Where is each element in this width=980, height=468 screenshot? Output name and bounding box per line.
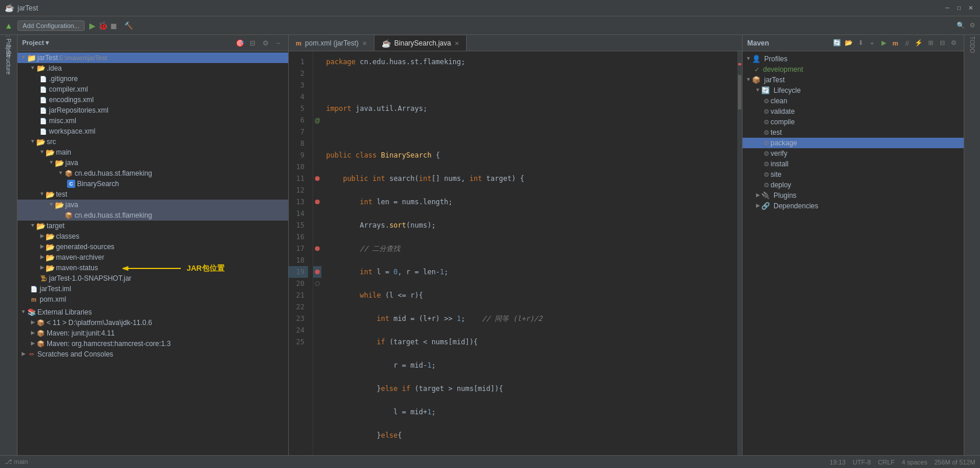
tab-binary-search[interactable]: ☕ BinarySearch.java ✕ — [374, 36, 467, 51]
tree-item-pom[interactable]: m pom.xml — [18, 294, 288, 305]
build-button[interactable]: 🔨 — [124, 22, 133, 30]
tree-item-main[interactable]: ▼ 📂 main — [18, 147, 288, 158]
maven-m-btn[interactable]: m — [890, 38, 901, 48]
maven-install[interactable]: ⚙ install — [743, 159, 964, 169]
stop-button[interactable]: ◼ — [110, 21, 117, 30]
maven-deploy[interactable]: ⚙ deploy — [743, 180, 964, 190]
run-button[interactable]: ▶ — [89, 21, 96, 30]
project-settings-btn[interactable]: ⚙ — [260, 38, 271, 48]
code-area[interactable]: 1 2 3 4 5 6 7 8 9 10 11 12 13 14 15 16 1… — [289, 51, 742, 455]
todo-icon[interactable]: TODO — [965, 37, 979, 51]
expand-arrow-idea[interactable]: ▼ — [29, 65, 36, 72]
expand-arrow-ext-libs[interactable]: ▼ — [20, 309, 27, 316]
breakpoint-13[interactable] — [315, 200, 320, 204]
tree-item-junit[interactable]: ▶ 📦 Maven: junit:junit:4.11 — [18, 328, 288, 338]
tree-item-external-libs[interactable]: ▼ 📚 External Libraries — [18, 307, 288, 317]
expand-jdk[interactable]: ▶ — [29, 319, 36, 326]
tree-item-classes[interactable]: ▶ 📂 classes — [18, 231, 288, 242]
locate-file-btn[interactable]: 🎯 — [235, 38, 245, 48]
expand-junit[interactable]: ▶ — [29, 330, 36, 337]
tree-item-java-main[interactable]: ▼ 📂 java — [18, 158, 288, 168]
tree-item-pkg-test[interactable]: ▶ 📦 cn.edu.huas.st.flameking — [18, 210, 288, 221]
maven-collapse-btn[interactable]: ⊟ — [937, 38, 947, 48]
maven-compile[interactable]: ⚙ compile — [743, 117, 964, 127]
maven-dependencies[interactable]: ▶ 🔗 Dependencies — [743, 201, 964, 211]
maven-expand-btn[interactable]: ⊞ — [925, 38, 936, 48]
tree-item-gen-sources[interactable]: ▶ 📂 generated-sources — [18, 242, 288, 252]
maven-plus-btn[interactable]: + — [867, 38, 877, 48]
tree-item-root[interactable]: ▼ 📁 jarTest E:\maven\jarTest — [18, 53, 288, 63]
close-btn[interactable]: ✕ — [966, 4, 975, 13]
expand-arrow-target[interactable]: ▼ — [29, 222, 36, 229]
expand-plugins[interactable]: ▶ — [754, 192, 761, 199]
tree-item-workspace[interactable]: 📄 workspace.xml — [18, 126, 288, 137]
maven-test[interactable]: ⚙ test — [743, 127, 964, 138]
maven-verify[interactable]: ⚙ verify — [743, 148, 964, 159]
scroll-thumb[interactable] — [738, 75, 741, 110]
tree-item-java-test[interactable]: ▼ 📂 java — [18, 200, 288, 210]
settings-button[interactable]: ⚙ — [970, 22, 975, 29]
tree-item-misc[interactable]: 📄 misc.xml — [18, 116, 288, 126]
maven-tree[interactable]: ▼ 👤 Profiles ✓ development ▼ 📦 jarTest ▼… — [743, 51, 964, 455]
tree-item-binary-search[interactable]: C BinarySearch — [18, 179, 288, 189]
expand-arrow-gen[interactable]: ▶ — [38, 243, 46, 250]
expand-arrow-main[interactable]: ▼ — [38, 149, 46, 156]
collapse-all-btn[interactable]: ⊟ — [247, 38, 258, 48]
maven-skip-btn[interactable]: // — [902, 38, 912, 48]
expand-scratches[interactable]: ▶ — [20, 351, 27, 358]
maven-jartest[interactable]: ▼ 📦 jarTest — [743, 75, 964, 85]
search-everywhere[interactable]: 🔍 — [957, 22, 965, 29]
maven-lifecycle[interactable]: ▼ 🔄 Lifecycle — [743, 85, 964, 96]
maven-settings-btn[interactable]: ⚙ — [949, 38, 959, 48]
maven-add-btn[interactable]: 📂 — [844, 38, 854, 48]
maven-refresh-btn[interactable]: 🔄 — [832, 38, 842, 48]
maven-validate[interactable]: ⚙ validate — [743, 106, 964, 117]
tree-item-maven-archiver[interactable]: ▶ 📂 maven-archiver — [18, 252, 288, 263]
tree-item-encodings[interactable]: 📄 encodings.xml — [18, 95, 288, 105]
tree-item-pkg-main[interactable]: ▼ 📦 cn.edu.huas.st.flameking — [18, 168, 288, 179]
tree-item-jar[interactable]: 🗜 jarTest-1.0-SNAPSHOT.jar — [18, 273, 288, 284]
expand-hamcrest[interactable]: ▶ — [29, 340, 36, 347]
maven-lifecycle-btn[interactable]: ⚡ — [914, 38, 924, 48]
tree-item-jar-repos[interactable]: 📄 jarRepositories.xml — [18, 105, 288, 116]
expand-arrow-java-main[interactable]: ▼ — [48, 159, 55, 166]
tree-item-gitignore[interactable]: 📄 .gitignore — [18, 74, 288, 84]
expand-arrow-status[interactable]: ▶ — [38, 264, 46, 271]
maven-clean[interactable]: ⚙ clean — [743, 96, 964, 106]
debug-button[interactable]: 🐞 — [98, 21, 108, 30]
tree-item-src[interactable]: ▼ 📂 src — [18, 137, 288, 147]
maven-download-btn[interactable]: ⬇ — [855, 38, 866, 48]
expand-deps[interactable]: ▶ — [754, 202, 761, 209]
tab-pom[interactable]: m pom.xml (jarTest) ✕ — [289, 36, 374, 51]
tree-item-maven-status[interactable]: ▶ 📂 maven-status — [18, 263, 288, 273]
expand-arrow-pkg-main[interactable]: ▼ — [57, 170, 64, 177]
tree-item-jdk[interactable]: ▶ 📦 < 11 > D:\platform\Java\jdk-11.0.6 — [18, 317, 288, 328]
breakpoint-19[interactable] — [315, 270, 320, 274]
tree-item-test[interactable]: ▼ 📂 test — [18, 189, 288, 200]
expand-arrow-root[interactable]: ▼ — [20, 54, 27, 61]
expand-profiles[interactable]: ▼ — [745, 55, 752, 62]
expand-arrow-src[interactable]: ▼ — [29, 138, 36, 145]
expand-jartest[interactable]: ▼ — [745, 76, 752, 83]
run-config-button[interactable]: Add Configuration... — [18, 20, 85, 31]
tree-item-iml[interactable]: 📄 jarTest.iml — [18, 284, 288, 294]
tree-item-target[interactable]: ▼ 📂 target — [18, 221, 288, 231]
editor-scrollbar[interactable] — [737, 51, 742, 455]
expand-arrow-classes[interactable]: ▶ — [38, 233, 46, 240]
maven-plugins[interactable]: ▶ 🔌 Plugins — [743, 190, 964, 201]
maven-run-btn[interactable]: ▶ — [878, 38, 889, 48]
project-tree[interactable]: ▼ 📁 jarTest E:\maven\jarTest ▼ 📂 .idea 📄… — [18, 51, 288, 455]
breakpoint-11[interactable] — [315, 176, 320, 181]
breakpoint-20[interactable] — [315, 281, 320, 286]
maven-development[interactable]: ✓ development — [743, 64, 964, 75]
pom-tab-close[interactable]: ✕ — [362, 40, 367, 47]
maven-package[interactable]: ⚙ package — [743, 138, 964, 148]
breakpoint-17[interactable] — [315, 246, 320, 251]
expand-arrow-java-test[interactable]: ▼ — [48, 201, 55, 208]
maven-site[interactable]: ⚙ site — [743, 169, 964, 180]
expand-arrow-test[interactable]: ▼ — [38, 191, 46, 198]
expand-arrow-pkg-test[interactable]: ▶ — [57, 212, 64, 219]
code-content[interactable]: package cn.edu.huas.st.flameking; import… — [321, 51, 737, 455]
tree-item-idea[interactable]: ▼ 📂 .idea — [18, 63, 288, 74]
project-panel-close-btn[interactable]: − — [273, 38, 284, 48]
